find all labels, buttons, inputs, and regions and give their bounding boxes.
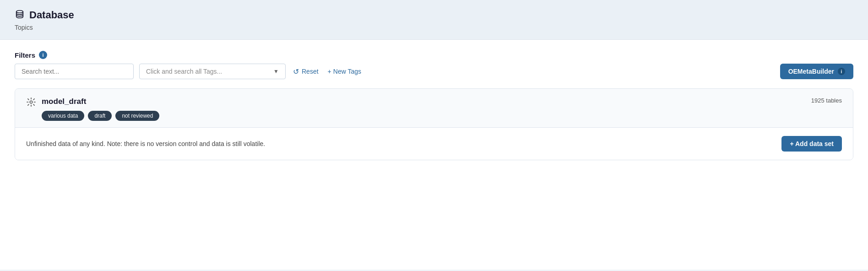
oemetabuilder-button[interactable]: OEMetaBuilder i bbox=[780, 64, 853, 79]
page-title: Database bbox=[15, 8, 853, 22]
topic-name: model_draft bbox=[42, 97, 159, 106]
plus-icon: + bbox=[328, 68, 331, 75]
topic-header: model_draft various data draft not revie… bbox=[15, 89, 853, 127]
right-actions: OEMetaBuilder i bbox=[780, 64, 853, 79]
topic-description: Unfinished data of any kind. Note: there… bbox=[26, 140, 265, 147]
oemetabuilder-info-icon: i bbox=[838, 68, 845, 75]
topic-tags: various data draft not reviewed bbox=[42, 111, 159, 121]
svg-point-0 bbox=[16, 11, 23, 13]
reset-button[interactable]: ↺ Reset bbox=[291, 65, 320, 79]
reset-label: Reset bbox=[302, 68, 319, 75]
search-text-input[interactable] bbox=[15, 64, 134, 79]
topic-table-count: 1925 tables bbox=[811, 97, 842, 104]
new-tags-label: New Tags bbox=[333, 68, 361, 75]
topic-card: model_draft various data draft not revie… bbox=[15, 88, 853, 160]
new-tags-button[interactable]: + New Tags bbox=[326, 65, 363, 78]
topic-icon bbox=[26, 97, 36, 109]
header: Database Topics bbox=[0, 0, 868, 40]
oemetabuilder-label: OEMetaBuilder bbox=[788, 68, 834, 75]
filters-section: Filters i Click and search all Tags... ▼… bbox=[15, 51, 853, 79]
tags-dropdown-label: Click and search all Tags... bbox=[146, 68, 222, 75]
tag-pill-draft[interactable]: draft bbox=[88, 111, 112, 121]
page-title-text: Database bbox=[29, 9, 74, 21]
topic-info: model_draft various data draft not revie… bbox=[42, 97, 159, 121]
tags-dropdown[interactable]: Click and search all Tags... ▼ bbox=[139, 64, 286, 79]
filters-info-icon[interactable]: i bbox=[39, 51, 47, 59]
add-dataset-button[interactable]: + Add data set bbox=[781, 136, 842, 152]
topic-body: Unfinished data of any kind. Note: there… bbox=[15, 127, 853, 160]
main-content: Filters i Click and search all Tags... ▼… bbox=[0, 40, 868, 270]
tag-pill-various-data[interactable]: various data bbox=[42, 111, 84, 121]
topic-header-left: model_draft various data draft not revie… bbox=[26, 97, 159, 121]
reset-icon: ↺ bbox=[293, 67, 299, 76]
page-subtitle: Topics bbox=[15, 24, 853, 31]
tag-pill-not-reviewed[interactable]: not reviewed bbox=[115, 111, 159, 121]
chevron-down-icon: ▼ bbox=[273, 68, 279, 75]
filters-label: Filters bbox=[15, 51, 35, 59]
svg-point-1 bbox=[30, 101, 33, 103]
database-icon bbox=[15, 8, 25, 22]
filter-controls: Click and search all Tags... ▼ ↺ Reset +… bbox=[15, 64, 853, 79]
filters-label-row: Filters i bbox=[15, 51, 853, 59]
